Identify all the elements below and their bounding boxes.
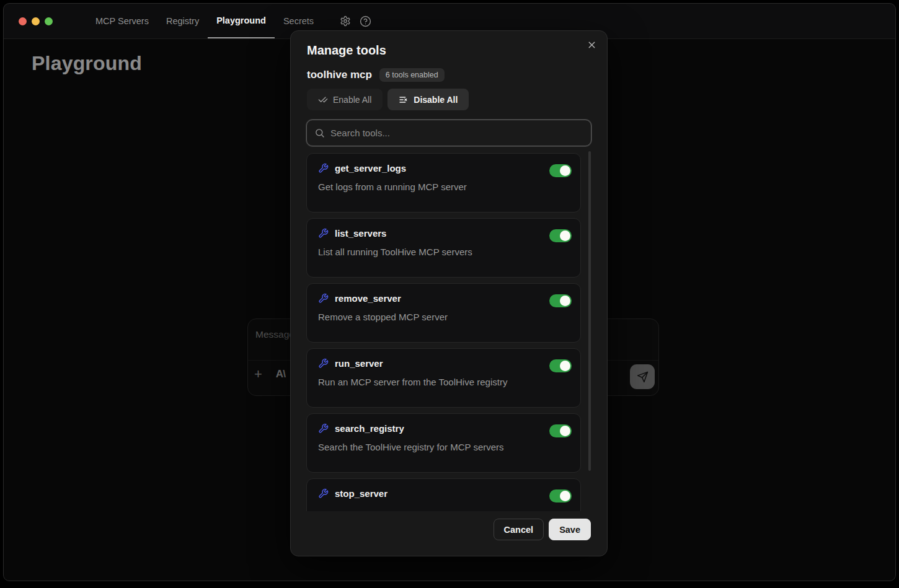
- tool-toggle-on[interactable]: [549, 294, 572, 307]
- disable-all-button[interactable]: Disable All: [388, 89, 469, 110]
- list-x-icon: [399, 95, 409, 105]
- wrench-icon: [318, 488, 329, 499]
- enable-all-button[interactable]: Enable All: [307, 89, 383, 110]
- close-icon[interactable]: [587, 40, 597, 53]
- tool-card-remove-server: remove_server Remove a stopped MCP serve…: [306, 283, 581, 343]
- disable-all-label: Disable All: [414, 95, 458, 105]
- tool-name: search_registry: [335, 423, 404, 434]
- tool-card-run-server: run_server Run an MCP server from the To…: [306, 348, 581, 408]
- nav-item-mcp-servers[interactable]: MCP Servers: [87, 4, 157, 38]
- tool-name: run_server: [335, 358, 383, 369]
- tool-name: get_server_logs: [335, 163, 406, 173]
- search-tools-input[interactable]: [330, 128, 583, 138]
- close-window-button[interactable]: [19, 17, 27, 25]
- tool-toggle-on[interactable]: [549, 489, 572, 502]
- list-scrollbar[interactable]: [588, 151, 591, 471]
- cancel-button[interactable]: Cancel: [494, 519, 544, 540]
- tool-card-list-servers: list_servers List all running ToolHive M…: [306, 218, 581, 278]
- tool-toggle-on[interactable]: [549, 164, 572, 177]
- traffic-lights: [19, 17, 53, 25]
- tool-name: list_servers: [335, 228, 386, 239]
- tool-description: Run an MCP server from the ToolHive regi…: [318, 377, 569, 387]
- minimize-window-button[interactable]: [32, 17, 40, 25]
- settings-gear-icon[interactable]: [340, 15, 351, 27]
- tool-card-search-registry: search_registry Search the ToolHive regi…: [306, 413, 581, 473]
- wrench-icon: [318, 358, 329, 369]
- tool-card-stop-server: stop_server: [306, 478, 581, 511]
- app-window: MCP Servers Registry Playground Secrets …: [3, 3, 896, 581]
- save-button[interactable]: Save: [549, 519, 591, 540]
- tool-toggle-on[interactable]: [549, 424, 572, 437]
- wrench-icon: [318, 293, 329, 304]
- tool-name: stop_server: [335, 488, 388, 499]
- wrench-icon: [318, 163, 329, 173]
- tool-description: List all running ToolHive MCP servers: [318, 247, 569, 257]
- zoom-window-button[interactable]: [45, 17, 53, 25]
- tool-name: remove_server: [335, 293, 401, 304]
- search-icon: [314, 128, 325, 138]
- manage-tools-dialog: Manage tools toolhive mcp 6 tools enable…: [290, 30, 608, 556]
- check-check-icon: [318, 95, 328, 105]
- tool-description: Remove a stopped MCP server: [318, 312, 569, 322]
- wrench-icon: [318, 423, 329, 434]
- tool-toggle-on[interactable]: [549, 359, 572, 372]
- tool-description: Get logs from a running MCP server: [318, 182, 569, 192]
- tool-list[interactable]: get_server_logs Get logs from a running …: [306, 153, 581, 511]
- server-name: toolhive mcp: [307, 69, 372, 81]
- main-nav: MCP Servers Registry Playground Secrets: [87, 4, 322, 38]
- enable-all-label: Enable All: [333, 95, 371, 105]
- help-icon[interactable]: [360, 15, 371, 27]
- tool-card-get-server-logs: get_server_logs Get logs from a running …: [306, 153, 581, 213]
- wrench-icon: [318, 228, 329, 239]
- dialog-title: Manage tools: [307, 43, 386, 58]
- tools-enabled-badge: 6 tools enabled: [379, 68, 445, 82]
- tool-description: Search the ToolHive registry for MCP ser…: [318, 442, 569, 452]
- nav-item-playground[interactable]: Playground: [208, 4, 275, 38]
- search-tools-box: [306, 120, 591, 146]
- tool-toggle-on[interactable]: [549, 229, 572, 242]
- nav-item-registry[interactable]: Registry: [157, 4, 208, 38]
